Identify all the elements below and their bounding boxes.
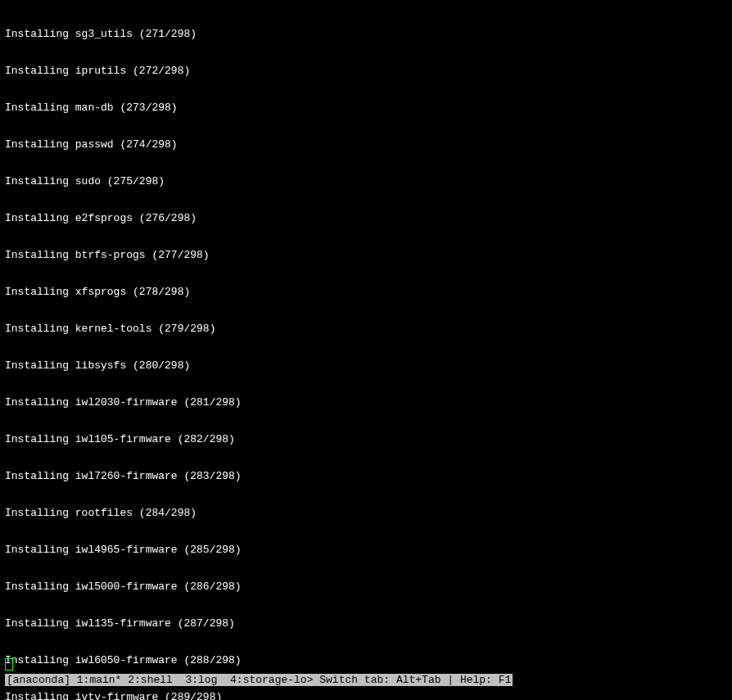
log-line: Installing iwl5000-firmware (286/298) [5,580,727,593]
terminal-output: Installing sg3_utils (271/298) Installin… [0,0,732,700]
log-line: Installing xfsprogs (278/298) [5,286,727,298]
log-line: Installing iwl2030-firmware (281/298) [5,396,727,409]
log-line: Installing man-db (273/298) [5,102,727,114]
log-line: Installing sudo (275/298) [5,175,727,187]
log-line: Installing iwl7260-firmware (283/298) [5,470,727,482]
log-line: Installing e2fsprogs (276/298) [5,212,727,224]
log-line: Installing kernel-tools (279/298) [5,323,727,335]
log-line: Installing libsysfs (280/298) [5,359,727,372]
log-line: Installing iwl105-firmware (282/298) [5,433,727,445]
tmux-status-bar[interactable]: [anaconda] 1:main* 2:shell 3:log 4:stora… [5,674,513,686]
terminal-cursor [5,658,13,674]
log-line: Installing ivtv-firmware (289/298) [5,691,727,700]
log-line: Installing iwl135-firmware (287/298) [5,617,727,630]
log-line: Installing btrfs-progs (277/298) [5,249,727,261]
log-line: Installing iwl4965-firmware (285/298) [5,544,727,556]
log-line: Installing rootfiles (284/298) [5,507,727,519]
log-line: Installing iprutils (272/298) [5,65,727,77]
log-line: Installing iwl6050-firmware (288/298) [5,654,727,666]
log-line: Installing sg3_utils (271/298) [5,28,727,40]
log-line: Installing passwd (274/298) [5,138,727,151]
